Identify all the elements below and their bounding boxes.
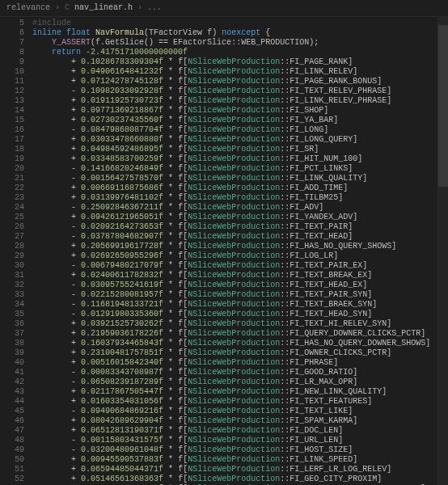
code-line[interactable]: + 0.02692650955296f * f[NSliceWebProduct… <box>32 251 437 261</box>
breadcrumb-folder[interactable]: relevance <box>6 0 50 16</box>
code-line[interactable]: - 0.06508239187289f * f[NSliceWebProduct… <box>32 377 437 387</box>
code-line[interactable]: + 0.09771369218867f * f[NSliceWebProduct… <box>32 106 437 116</box>
code-line[interactable]: - 0.03787804682907f * f[NSliceWebProduct… <box>32 232 437 242</box>
line-gutter: 5678910111213141516171819202122232425262… <box>0 17 29 485</box>
code-line[interactable]: + 0.03033478660880f * f[NSliceWebProduct… <box>32 135 437 145</box>
code-line[interactable]: + 0.00945590537883f * f[NSliceWebProduct… <box>32 455 437 465</box>
code-line[interactable]: + 0.21959036178226f * f[NSliceWebProduct… <box>32 329 437 339</box>
code-line[interactable]: + 0.02117867505447f * f[NSliceWebProduct… <box>32 387 437 397</box>
code-line[interactable]: - 0.02092164273653f * f[NSliceWebProduct… <box>32 222 437 232</box>
code-line[interactable]: - 0.03200480961048f * f[NSliceWebProduct… <box>32 445 437 455</box>
code-line[interactable]: + 0.08042689629904f * f[NSliceWebProduct… <box>32 416 437 426</box>
minimap[interactable] <box>437 17 448 485</box>
code-line[interactable]: - 0.02215280081957f * f[NSliceWebProduct… <box>32 290 437 300</box>
code-line[interactable]: + 0.00516015842340f * f[NSliceWebProduct… <box>32 358 437 368</box>
code-line[interactable]: + 0.04906164841232f * f[NSliceWebProduct… <box>32 67 437 77</box>
code-line[interactable]: - 0.14166820246849f * f[NSliceWebProduct… <box>32 164 437 174</box>
code-line[interactable]: inline float NavFormula(TFactorView f) n… <box>32 28 437 38</box>
code-line[interactable]: - 0.00115803431575f * f[NSliceWebProduct… <box>32 436 437 445</box>
code-line[interactable]: return -2.41751710000000000f <box>32 48 437 57</box>
code-line[interactable]: - 0.10982033092928f * f[NSliceWebProduct… <box>32 86 437 96</box>
code-line[interactable]: - 0.08479868087704f * f[NSliceWebProduct… <box>32 125 437 135</box>
code-line[interactable]: + 0.10286783309304f * f[NSliceWebProduct… <box>32 57 437 67</box>
code-line[interactable]: - 0.00679480217079f * f[NSliceWebProduct… <box>32 261 437 271</box>
code-line[interactable]: + 0.05146561368363f * f[NSliceWebProduct… <box>32 474 437 484</box>
code-line[interactable]: + 0.09426121965051f * f[NSliceWebProduct… <box>32 213 437 222</box>
code-line[interactable]: + 0.01603354031056f * f[NSliceWebProduct… <box>32 397 437 407</box>
code-line[interactable]: + 0.06594485044371f * f[NSliceWebProduct… <box>32 465 437 474</box>
code-line[interactable]: - 0.25092846367211f * f[NSliceWebProduct… <box>32 203 437 213</box>
code-line[interactable]: + 0.02400611782832f * f[NSliceWebProduct… <box>32 271 437 280</box>
code-line[interactable]: - 0.01291980335360f * f[NSliceWebProduct… <box>32 310 437 319</box>
breadcrumb-symbol[interactable]: ... <box>147 0 162 16</box>
code-line[interactable]: + 0.16037934465843f * f[NSliceWebProduct… <box>32 339 437 348</box>
code-line[interactable]: + 0.03139976481102f * f[NSliceWebProduct… <box>32 193 437 203</box>
code-line[interactable]: - 0.11681948133721f * f[NSliceWebProduct… <box>32 300 437 310</box>
code-line[interactable]: - 0.00156427578570f * f[NSliceWebProduct… <box>32 174 437 183</box>
code-line[interactable]: + 0.01911925730723f * f[NSliceWebProduct… <box>32 96 437 106</box>
breadcrumb-file[interactable]: C nav_linear.h <box>65 0 133 16</box>
code-line[interactable]: + 0.04984592486895f * f[NSliceWebProduct… <box>32 145 437 154</box>
code-line[interactable]: + 0.07124278745128f * f[NSliceWebProduct… <box>32 77 437 86</box>
code-area[interactable]: #include inline float NavFormula(TFactor… <box>29 17 437 485</box>
editor-window: relevance › C nav_linear.h › ... 5678910… <box>0 0 448 485</box>
minimap-thumb[interactable] <box>438 25 448 187</box>
code-line[interactable]: + 0.02730237435560f * f[NSliceWebProduct… <box>32 116 437 125</box>
chevron-right-icon: › <box>55 0 60 16</box>
code-line[interactable]: Y_ASSERT(f.GetSlice() == EFactorSlice::W… <box>32 38 437 48</box>
code-line[interactable]: + 0.03348583700259f * f[NSliceWebProduct… <box>32 154 437 164</box>
code-editor[interactable]: 5678910111213141516171819202122232425262… <box>0 17 448 485</box>
code-line[interactable]: + 0.23100481757851f * f[NSliceWebProduct… <box>32 348 437 358</box>
code-line[interactable]: + 0.00669116875686f * f[NSliceWebProduct… <box>32 183 437 193</box>
code-line[interactable]: + 0.03921525730262f * f[NSliceWebProduct… <box>32 319 437 329</box>
breadcrumb: relevance › C nav_linear.h › ... <box>0 0 448 17</box>
code-line[interactable]: + 0.20569919617728f * f[NSliceWebProduct… <box>32 242 437 251</box>
chevron-right-icon: › <box>137 0 142 16</box>
code-line[interactable]: - 0.09490684869216f * f[NSliceWebProduct… <box>32 407 437 416</box>
code-line[interactable]: + 0.06512813190371f * f[NSliceWebProduct… <box>32 426 437 436</box>
code-line[interactable]: #include <box>32 19 437 28</box>
code-line[interactable]: - 0.00083343708987f * f[NSliceWebProduct… <box>32 368 437 377</box>
code-line[interactable]: - 0.03095755241619f * f[NSliceWebProduct… <box>32 280 437 290</box>
